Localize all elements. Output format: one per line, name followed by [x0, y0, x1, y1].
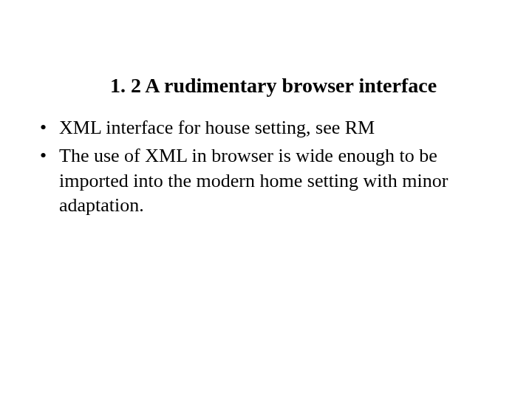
bullet-list: • XML interface for house setting, see R…	[30, 115, 502, 218]
list-item: • The use of XML in browser is wide enou…	[37, 143, 502, 218]
bullet-text: XML interface for house setting, see RM	[59, 115, 502, 140]
bullet-text: The use of XML in browser is wide enough…	[59, 143, 502, 218]
slide-heading: 1. 2 A rudimentary browser interface	[30, 74, 502, 98]
bullet-icon: •	[37, 115, 59, 140]
bullet-icon: •	[37, 143, 59, 168]
list-item: • XML interface for house setting, see R…	[37, 115, 502, 140]
